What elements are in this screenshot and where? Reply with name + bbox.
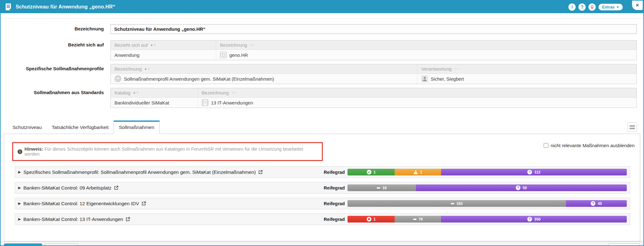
footer-toolbar: Bearbeiten ✖ Schließen Löschen xyxy=(1,241,643,246)
open-status-icon: ? xyxy=(527,217,532,222)
reifegrad-segment-neutral: 163 xyxy=(348,200,566,207)
segment-count: 1 xyxy=(420,170,422,174)
bezeichnung-input[interactable] xyxy=(110,24,637,34)
reifegrad-segment-ok: ✔1 xyxy=(348,169,395,175)
cell-katalog: Bankindividueller SiMaKat xyxy=(111,98,198,108)
reifegrad-bar: 163?45 xyxy=(348,200,627,207)
reifegrad-bar: ✖170?350 xyxy=(348,216,627,222)
reifegrad-label: Reifegrad xyxy=(324,217,345,222)
neutral-status-icon xyxy=(413,219,417,220)
sort-icon: ▲▼ xyxy=(133,91,139,94)
column-header-bezeichnung[interactable]: Bezeichnung ▲▼ xyxy=(111,64,417,73)
measure-title: Banken-SiMaKat Control: 12 Eigenentwickl… xyxy=(23,201,139,206)
segment-count: 50 xyxy=(523,186,527,190)
checkbox-label: nicht relevante Maßnahmen ausblenden xyxy=(551,143,635,148)
extras-dropdown-button[interactable]: Extras ▼ xyxy=(599,4,623,10)
tab-schutzniveau[interactable]: Schutzniveau xyxy=(8,121,47,134)
reifegrad-segment-open: ?350 xyxy=(441,216,627,222)
form-row-bezeichnung: Bezeichnung xyxy=(1,24,643,34)
measure-row[interactable]: ▶ Banken-SiMaKat Control: 13 IT-Anwendun… xyxy=(15,213,630,225)
close-button[interactable]: × xyxy=(632,1,643,10)
tab-tatsaechliche-verfuegbarkeit[interactable]: Tatsächliche Verfügbarkeit xyxy=(47,121,114,134)
reifegrad-segment-open: ?45 xyxy=(566,200,627,207)
info-button[interactable]: i xyxy=(568,3,576,11)
external-link-icon[interactable] xyxy=(114,185,119,190)
neutral-status-icon xyxy=(377,187,380,189)
external-link-icon[interactable] xyxy=(125,217,130,222)
column-header-verantwortung[interactable]: Verantwortung ∧∨ xyxy=(417,64,636,73)
column-header-bezeichnung[interactable]: Bezeichnung ∧∨ xyxy=(216,40,636,50)
hinweis-box: i Hinweis: Für dieses Schutzobjekt könne… xyxy=(12,142,323,161)
standards-table: Katalog ▲▼ Bezeichnung ∧∨ Bankindividuel… xyxy=(110,88,637,108)
column-header-bezieht-sich-auf[interactable]: Bezieht sich auf ▲▼ xyxy=(111,40,216,50)
sort-icon: ▲▼ xyxy=(150,44,156,46)
help-button[interactable]: ? xyxy=(578,3,586,11)
list-view-toggle-button[interactable] xyxy=(627,122,637,132)
measure-title: Banken-SiMaKat Control: 13 IT-Anwendunge… xyxy=(23,217,123,222)
form-row-bezieht-sich-auf: Bezieht sich auf Bezieht sich auf ▲▼ Bez… xyxy=(1,40,643,60)
loeschen-button[interactable]: Löschen xyxy=(609,243,640,246)
caret-right-icon[interactable]: ▶ xyxy=(18,186,21,190)
hide-irrelevant-checkbox[interactable] xyxy=(544,143,548,148)
hint-lightbulb-button[interactable] xyxy=(588,3,596,11)
sollmassnahmen-panel: i Hinweis: Für dieses Schutzobjekt könne… xyxy=(4,134,640,241)
measure-row[interactable]: ▶ Banken-SiMaKat Control: 09 Arbeitsplat… xyxy=(15,182,630,194)
external-link-icon[interactable] xyxy=(141,201,146,206)
error-status-icon: ✖ xyxy=(367,217,371,222)
neutral-status-icon xyxy=(451,203,454,204)
column-header-bezeichnung[interactable]: Bezeichnung ∧∨ xyxy=(198,88,636,97)
segment-count: 1 xyxy=(374,170,376,174)
person-icon xyxy=(421,75,428,82)
form-row-profile: Spezifische Sollmaßnahmenprofile Bezeich… xyxy=(1,64,643,84)
caret-right-icon[interactable]: ▶ xyxy=(18,170,21,174)
reifegrad-label: Reifegrad xyxy=(324,170,345,175)
cell-owner: Sicher, Siegbert xyxy=(417,74,636,84)
reifegrad-label: Reifegrad xyxy=(324,185,345,190)
external-link-icon[interactable] xyxy=(258,170,263,174)
chevron-down-icon: ▼ xyxy=(616,5,619,9)
reifegrad-segment-open: ?50 xyxy=(416,184,627,191)
profile-table: Bezeichnung ▲▼ Verantwortung ∧∨ ☂ Sollma… xyxy=(110,64,637,84)
document-icon xyxy=(5,3,12,11)
sort-icon: ∧∨ xyxy=(231,91,236,94)
field-label-bezieht-sich-auf: Bezieht sich auf xyxy=(1,40,110,60)
cell-name: 13 IT-Anwendungen xyxy=(198,98,636,108)
caret-right-icon[interactable]: ▶ xyxy=(18,201,21,206)
column-header-katalog[interactable]: Katalog ▲▼ xyxy=(111,88,198,97)
tabstrip: Schutzniveau Tatsächliche Verfügbarkeit … xyxy=(4,120,640,134)
caret-right-icon[interactable]: ▶ xyxy=(18,217,21,221)
sort-icon: ▲▼ xyxy=(144,67,150,70)
segment-count: 163 xyxy=(456,201,463,206)
ok-status-icon: ✔ xyxy=(367,170,371,174)
field-label-profile: Spezifische Sollmaßnahmenprofile xyxy=(1,64,110,84)
open-status-icon: ? xyxy=(591,201,595,206)
cell-profile-name: ☂ Sollmaßnahmenprofil Anwendungen gem. S… xyxy=(111,74,417,84)
warn-status-icon xyxy=(413,170,418,174)
open-status-icon: ? xyxy=(516,185,520,190)
measure-title: Banken-SiMaKat Control: 09 Arbeitsplatz xyxy=(23,185,111,191)
segment-count: 1 xyxy=(374,217,376,222)
measure-list: ▶ Spezifisches Sollmaßnahmenprofil: Soll… xyxy=(15,166,630,225)
form-row-standards: Sollmaßnahmen aus Standards Katalog ▲▼ B… xyxy=(1,88,643,108)
app-window: Schutzniveau für Anwendung „geno.HR“ i ?… xyxy=(0,0,644,246)
segment-count: 70 xyxy=(419,217,423,222)
titlebar: Schutzniveau für Anwendung „geno.HR“ i ?… xyxy=(1,1,643,13)
reifegrad-segment-neutral: 70 xyxy=(395,216,441,222)
table-row[interactable]: Bankindividueller SiMaKat 13 IT-Anwendun… xyxy=(111,98,636,108)
open-status-icon: ? xyxy=(527,170,532,174)
field-label-standards: Sollmaßnahmen aus Standards xyxy=(1,88,110,108)
measure-row[interactable]: ▶ Spezifisches Sollmaßnahmenprofil: Soll… xyxy=(15,166,630,178)
segment-count: 350 xyxy=(534,217,540,222)
table-row[interactable]: ☂ Sollmaßnahmenprofil Anwendungen gem. S… xyxy=(111,74,636,84)
sort-icon: ∧∨ xyxy=(250,44,254,46)
reifegrad-segment-neutral: 16 xyxy=(348,184,416,191)
schliessen-button[interactable]: ✖ Schließen xyxy=(44,244,78,246)
measure-title: Spezifisches Sollmaßnahmenprofil: Sollma… xyxy=(23,169,256,175)
table-row[interactable]: Anwendung geno.HR xyxy=(111,50,636,60)
reifegrad-segment-error: ✖1 xyxy=(348,216,395,222)
measure-row[interactable]: ▶ Banken-SiMaKat Control: 12 Eigenentwic… xyxy=(15,198,630,209)
bearbeiten-button[interactable]: Bearbeiten xyxy=(4,243,42,246)
form-area: Bezeichnung Bezieht sich auf Bezieht sic… xyxy=(1,18,643,114)
sort-icon: ∧∨ xyxy=(454,67,459,70)
tab-sollmassnahmen[interactable]: Sollmaßnahmen xyxy=(114,120,160,134)
